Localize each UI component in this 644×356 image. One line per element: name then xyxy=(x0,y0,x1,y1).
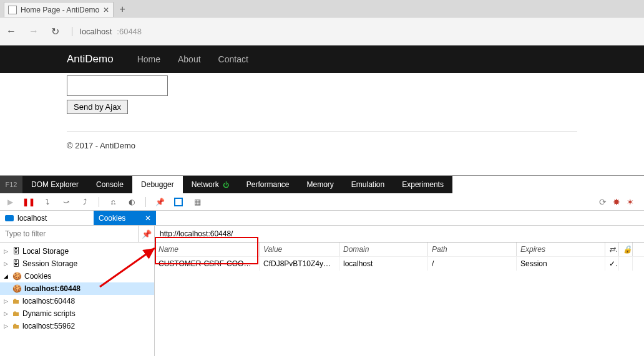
close-cookies-tab-icon[interactable]: ✕ xyxy=(145,214,151,223)
tab-emulation[interactable]: Emulation xyxy=(343,176,393,193)
tab-experiments[interactable]: Experiments xyxy=(393,176,452,193)
tab-network-label: Network xyxy=(192,180,219,189)
tree-dynamic-scripts[interactable]: ▷ 🖿 Dynamic scripts xyxy=(0,307,154,320)
message-input[interactable] xyxy=(67,75,168,96)
tree-expand-icon[interactable]: ▷ xyxy=(4,323,10,329)
tab-network[interactable]: Network ⏻ xyxy=(183,176,238,193)
address-host: localhost xyxy=(80,27,112,36)
tree-expand-icon[interactable]: ▷ xyxy=(4,261,10,267)
tab-dom-explorer[interactable]: DOM Explorer xyxy=(22,176,87,193)
send-button[interactable]: Send by Ajax xyxy=(67,100,128,114)
devtools-panel: F12 DOM Explorer Console Debugger Networ… xyxy=(0,175,644,356)
storage-tree-panel: 📌 ▷ 🗄 Local Storage ▷ 🗄 Session Storage … xyxy=(0,226,155,356)
tree-label: localhost:55962 xyxy=(22,322,75,330)
tree-cookies[interactable]: ◢ 🍪 Cookies xyxy=(0,270,154,282)
cookie-path: / xyxy=(428,257,517,271)
step-in-icon[interactable]: ⤵ xyxy=(42,197,52,207)
tree-host-1[interactable]: ▷ 🖿 localhost:60448 xyxy=(0,295,154,307)
toolbar-separator xyxy=(99,197,99,207)
cookie-domain: localhost xyxy=(339,257,428,271)
devtools-tabstrip: F12 DOM Explorer Console Debugger Networ… xyxy=(0,176,644,193)
nav-link-home[interactable]: Home xyxy=(137,54,160,64)
tab-console[interactable]: Console xyxy=(87,176,132,193)
tree-label: Dynamic scripts xyxy=(22,309,76,318)
cookie-row[interactable]: CUSTOMER-CSRF-COOKIE CfDJ8PvBT10Z4yNKsT…… xyxy=(155,257,644,271)
refresh-button[interactable]: ↻ xyxy=(51,26,59,37)
nav-link-about[interactable]: About xyxy=(178,54,201,64)
col-httponly-icon[interactable]: ⇄ xyxy=(605,243,619,256)
toolbar-separator xyxy=(145,197,146,207)
folder-icon: 🖿 xyxy=(12,297,20,305)
more-icon[interactable]: ▦ xyxy=(192,197,202,207)
debugger-toolbar: ▶ ❚❚ ⤵ ⤻ ⤴ ⎌ ◐ 📌 ▦ ⟳ ✸ ✶ xyxy=(0,193,644,211)
storage-icon: 🗄 xyxy=(12,247,20,256)
tree-session-storage[interactable]: ▷ 🗄 Session Storage xyxy=(0,257,154,270)
forward-button[interactable]: → xyxy=(29,26,39,37)
tree-local-storage[interactable]: ▷ 🗄 Local Storage xyxy=(0,245,154,257)
close-tab-icon[interactable]: ✕ xyxy=(103,6,109,14)
tree-host-2[interactable]: ▷ 🖿 localhost:55962 xyxy=(0,320,154,332)
pause-icon[interactable]: ❚❚ xyxy=(24,197,34,207)
cookie-icon: 🍪 xyxy=(12,272,22,281)
tab-performance[interactable]: Performance xyxy=(238,176,298,193)
tree-expand-icon[interactable]: ▷ xyxy=(4,310,10,317)
pin-button[interactable]: 📌 xyxy=(138,226,154,242)
debugger-right-icons: ⟳ ✸ ✶ xyxy=(599,197,639,207)
browser-tab[interactable]: Home Page - AntiDemo ✕ xyxy=(4,2,114,17)
cookie-name: CUSTOMER-CSRF-COOKIE xyxy=(155,257,260,271)
cookie-expires: Session xyxy=(517,257,605,271)
file-icon xyxy=(5,215,14,221)
col-expires[interactable]: Expires xyxy=(517,243,605,256)
col-secure-icon[interactable]: 🔒 xyxy=(619,243,633,256)
bug-disabled-icon[interactable]: ✶ xyxy=(627,197,634,207)
refresh-icon[interactable]: ⟳ xyxy=(599,197,607,207)
break-all-icon[interactable]: ⎌ xyxy=(108,197,118,207)
cookie-url: http://localhost:60448/ xyxy=(155,226,644,243)
webpage-viewport: AntiDemo Home About Contact Send by Ajax… xyxy=(0,46,644,175)
tree-label: localhost:60448 xyxy=(24,284,80,293)
col-path[interactable]: Path xyxy=(428,243,517,256)
filter-input[interactable] xyxy=(0,226,138,242)
bug-icon[interactable]: ✸ xyxy=(613,197,620,207)
continue-icon[interactable]: ▶ xyxy=(5,197,15,207)
cookie-icon: 🍪 xyxy=(12,284,22,293)
tree-collapse-icon[interactable]: ◢ xyxy=(4,273,10,279)
cookie-grid-header: Name Value Domain Path Expires ⇄ 🔒 xyxy=(155,243,644,257)
breakpoint-icon[interactable]: ◐ xyxy=(127,197,137,207)
pin-icon[interactable]: 📌 xyxy=(155,197,165,207)
context-file-tab[interactable]: localhost xyxy=(0,211,94,225)
step-out-icon[interactable]: ⤴ xyxy=(80,197,90,207)
address-bar[interactable]: localhost:60448 xyxy=(72,27,142,36)
record-icon: ⏻ xyxy=(223,181,229,188)
tree-label: Local Storage xyxy=(22,247,69,256)
step-over-icon[interactable]: ⤻ xyxy=(61,197,71,207)
storage-tree: ▷ 🗄 Local Storage ▷ 🗄 Session Storage ◢ … xyxy=(0,243,154,332)
col-value[interactable]: Value xyxy=(260,243,339,256)
tree-expand-icon[interactable]: ▷ xyxy=(4,248,10,254)
debugger-context-bar: localhost Cookies ✕ xyxy=(0,211,644,226)
context-cookies-tab[interactable]: Cookies ✕ xyxy=(94,211,156,225)
context-cookies-label: Cookies xyxy=(99,214,125,223)
tree-expand-icon[interactable]: ▷ xyxy=(4,298,10,304)
folder-icon: 🖿 xyxy=(12,322,20,330)
tree-label: Cookies xyxy=(24,272,51,281)
col-domain[interactable]: Domain xyxy=(339,243,428,256)
tree-label: localhost:60448 xyxy=(22,297,75,305)
tab-debugger[interactable]: Debugger xyxy=(132,176,183,193)
folder-icon: 🖿 xyxy=(12,309,20,318)
back-button[interactable]: ← xyxy=(6,26,16,37)
cookie-secure xyxy=(619,257,633,271)
new-tab-button[interactable]: + xyxy=(114,2,131,17)
debugger-body: 📌 ▷ 🗄 Local Storage ▷ 🗄 Session Storage … xyxy=(0,226,644,356)
cookie-panel: http://localhost:60448/ Name Value Domai… xyxy=(155,226,644,356)
page-icon xyxy=(8,6,17,14)
tab-memory[interactable]: Memory xyxy=(298,176,342,193)
cookie-httponly: ✓ xyxy=(605,257,619,271)
nav-link-contact[interactable]: Contact xyxy=(218,54,248,64)
site-brand[interactable]: AntiDemo xyxy=(67,53,114,65)
select-element-icon[interactable] xyxy=(173,197,183,207)
tree-cookies-host[interactable]: 🍪 localhost:60448 xyxy=(0,282,154,295)
f12-label: F12 xyxy=(0,176,22,193)
col-name[interactable]: Name xyxy=(155,243,260,256)
tab-title: Home Page - AntiDemo xyxy=(21,6,99,14)
